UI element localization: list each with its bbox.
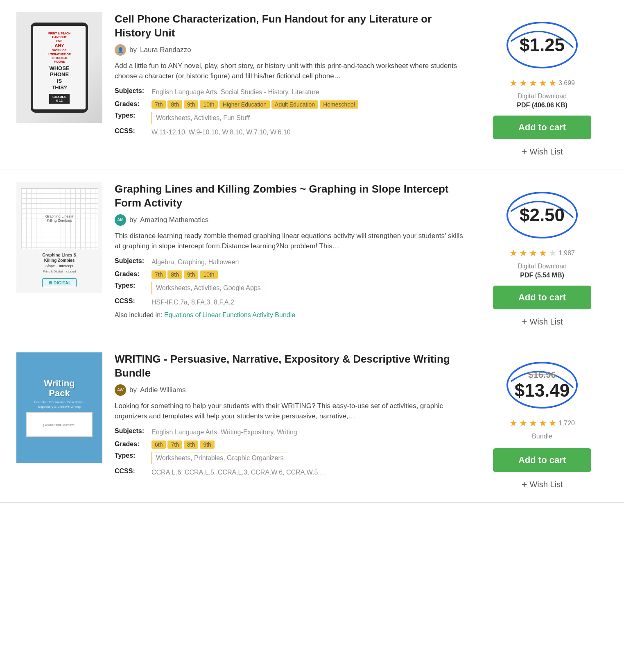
product-image-wrap[interactable]: Graphing Lines #Killing Zombies Graphing…: [16, 182, 102, 293]
download-label: Bundle: [532, 433, 552, 440]
product-right: $16.96 $13.49 ★★★★★ 1,720 Bundle Add to …: [477, 352, 608, 490]
grades-row: Grades: 7th8th9th10thHigher EducationAdu…: [115, 100, 468, 109]
subjects-row: Subjects: English Language Arts, Writing…: [115, 427, 468, 437]
grade-tag[interactable]: 7th: [151, 100, 166, 109]
author-name[interactable]: Laura Randazzo: [140, 46, 191, 54]
review-count: 1,720: [558, 420, 575, 427]
product-list: PRINT & TEACHHANDOUTFORANYWORK OFLITERAT…: [0, 0, 624, 503]
product-info: WRITING - Persuasive, Narrative, Exposit…: [115, 352, 477, 490]
types-row: Types: Worksheets, Printables, Graphic O…: [115, 452, 468, 464]
grade-tag[interactable]: Higher Education: [219, 100, 270, 109]
author-name[interactable]: Amazing Mathematics: [140, 216, 208, 224]
author-avatar: AM: [115, 214, 126, 226]
wish-list-label: Wish List: [529, 317, 563, 327]
author-avatar: 👤: [115, 44, 126, 56]
grade-tag[interactable]: 10th: [200, 100, 217, 109]
ccss-value: W.11-12.10, W.9-10.10, W.8.10, W.7.10, W…: [151, 127, 291, 137]
grade-tag[interactable]: 7th: [167, 440, 182, 449]
stars-row: ★★★★★ 3,699: [509, 78, 575, 89]
types-box[interactable]: Worksheets, Activities, Google Apps: [151, 282, 265, 294]
product-card-1: PRINT & TEACHHANDOUTFORANYWORK OFLITERAT…: [0, 0, 624, 170]
star-filled: ★: [509, 78, 518, 89]
price: $2.50: [520, 205, 565, 225]
grade-tags: 6th7th8th9th: [151, 440, 215, 449]
star-empty: ★: [549, 248, 557, 259]
grade-tag[interactable]: 8th: [184, 440, 198, 449]
grade-tag[interactable]: 7th: [151, 270, 166, 279]
product-description: Looking for something to help your stude…: [115, 401, 468, 422]
stars-row: ★★★★★ 1,987: [509, 248, 575, 259]
product-image: Graphing Lines #Killing Zombies Graphing…: [16, 182, 102, 293]
star-filled: ★: [549, 418, 557, 429]
review-count: 1,987: [558, 250, 575, 257]
wish-list-plus-icon: +: [521, 146, 527, 157]
by-label: by: [129, 216, 137, 224]
bundle-link[interactable]: Equations of Linear Functions Activity B…: [164, 311, 295, 318]
by-label: by: [129, 46, 137, 54]
star-filled: ★: [539, 418, 547, 429]
add-to-cart-button[interactable]: Add to cart: [493, 448, 591, 472]
wish-list-label: Wish List: [529, 147, 563, 157]
wish-list-button[interactable]: + Wish List: [521, 146, 563, 157]
author-avatar: AW: [115, 384, 126, 396]
by-label: by: [129, 386, 137, 394]
ccss-label: CCSS:: [115, 297, 151, 305]
wish-list-button[interactable]: + Wish List: [521, 479, 563, 490]
product-image: WritingPack Narrative, Persuasive, Descr…: [16, 352, 102, 463]
types-box[interactable]: Worksheets, Activities, Fun Stuff: [151, 112, 254, 124]
grade-tag[interactable]: 9th: [184, 100, 198, 109]
product-title: Cell Phone Characterization, Fun Handout…: [115, 12, 468, 40]
subjects-value: Algebra, Graphing, Halloween: [151, 257, 239, 267]
subjects-label: Subjects:: [115, 427, 151, 435]
grade-tags: 7th8th9th10thHigher EducationAdult Educa…: [151, 100, 358, 109]
grade-tag[interactable]: 6th: [151, 440, 166, 449]
file-info: PDF (5.54 MB): [520, 272, 564, 279]
product-image-wrap[interactable]: WritingPack Narrative, Persuasive, Descr…: [16, 352, 102, 463]
wish-list-button[interactable]: + Wish List: [521, 316, 563, 327]
subjects-label: Subjects:: [115, 257, 151, 265]
grades-label: Grades:: [115, 100, 151, 108]
types-label: Types:: [115, 282, 151, 289]
product-card-3: WritingPack Narrative, Persuasive, Descr…: [0, 340, 624, 503]
download-label: Digital Download: [518, 263, 567, 270]
download-label: Digital Download: [518, 93, 567, 100]
product-info: Graphing Lines and Killing Zombies ~ Gra…: [115, 182, 477, 327]
grade-tag[interactable]: Adult Education: [271, 100, 318, 109]
grade-tag[interactable]: 9th: [184, 270, 198, 279]
wish-list-plus-icon: +: [521, 479, 527, 490]
ccss-row: CCSS: W.11-12.10, W.9-10.10, W.8.10, W.7…: [115, 127, 468, 137]
subjects-value: English Language Arts, Social Studies - …: [151, 87, 319, 97]
author-name[interactable]: Addie Williams: [140, 386, 185, 394]
add-to-cart-button[interactable]: Add to cart: [493, 286, 591, 309]
add-to-cart-button[interactable]: Add to cart: [493, 116, 591, 139]
types-label: Types:: [115, 112, 151, 119]
star-filled: ★: [519, 248, 527, 259]
grades-label: Grades:: [115, 440, 151, 448]
also-included: Also included in: Equations of Linear Fu…: [115, 311, 468, 319]
product-title: WRITING - Persuasive, Narrative, Exposit…: [115, 352, 468, 380]
types-value: Worksheets, Printables, Graphic Organize…: [151, 452, 288, 464]
star-filled: ★: [549, 78, 557, 89]
subjects-row: Subjects: English Language Arts, Social …: [115, 87, 468, 97]
price-display: $16.96 $13.49: [501, 356, 583, 414]
product-title: Graphing Lines and Killing Zombies ~ Gra…: [115, 182, 468, 210]
grades-row: Grades: 7th8th9th10th: [115, 270, 468, 279]
grade-tag[interactable]: 10th: [200, 270, 217, 279]
sale-price: $13.49: [515, 380, 570, 401]
product-image-wrap[interactable]: PRINT & TEACHHANDOUTFORANYWORK OFLITERAT…: [16, 12, 102, 123]
grade-tag[interactable]: Homeschool: [320, 100, 358, 109]
grade-tag[interactable]: 8th: [167, 270, 182, 279]
types-value: Worksheets, Activities, Fun Stuff: [151, 112, 254, 124]
types-value: Worksheets, Activities, Google Apps: [151, 282, 265, 294]
types-box[interactable]: Worksheets, Printables, Graphic Organize…: [151, 452, 288, 464]
ccss-value: CCRA.L.6, CCRA.L.5, CCRA.L.3, CCRA.W.6, …: [151, 468, 326, 477]
product-right: $1.25 ★★★★★ 3,699 Digital Download PDF (…: [477, 12, 608, 157]
subjects-row: Subjects: Algebra, Graphing, Halloween: [115, 257, 468, 267]
subjects-value: English Language Arts, Writing-Expositor…: [151, 427, 297, 437]
grade-tag[interactable]: 9th: [200, 440, 214, 449]
ccss-label: CCSS:: [115, 468, 151, 475]
file-info: PDF (406.06 KB): [517, 102, 567, 109]
ccss-value: HSF-IF.C.7a, 8.FA.3, 8.F.A.2: [151, 297, 234, 307]
grade-tag[interactable]: 8th: [167, 100, 182, 109]
review-count: 3,699: [558, 79, 575, 87]
